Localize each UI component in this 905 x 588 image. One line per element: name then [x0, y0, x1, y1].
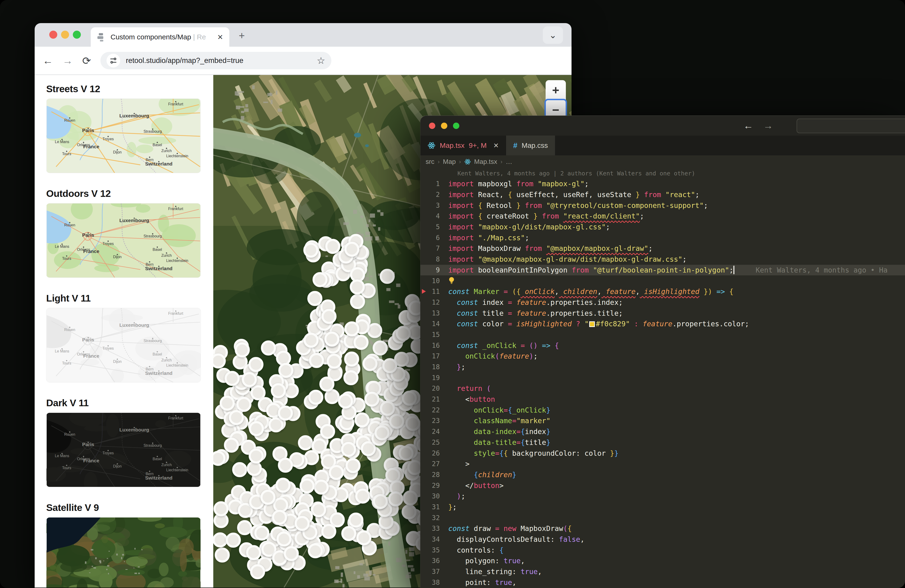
map-marker[interactable] [284, 546, 299, 561]
code-line-2[interactable]: 2import React, { useEffect, useRef, useS… [421, 189, 905, 200]
breadcrumb[interactable]: src›Map›Map.tsx›… [421, 156, 905, 168]
code-line-7[interactable]: 7import MapboxDraw from "@mapbox/mapbox-… [421, 243, 905, 254]
lightbulb-icon[interactable] [448, 277, 455, 286]
map-marker[interactable] [271, 383, 286, 398]
map-marker[interactable] [375, 425, 390, 440]
tab-search-chevron-button[interactable]: ⌄ [543, 26, 563, 44]
code-line-33[interactable]: 33const draw = new MapboxDraw({ [421, 523, 905, 534]
map-marker[interactable] [237, 397, 251, 412]
map-marker[interactable] [324, 332, 339, 346]
map-marker[interactable] [249, 448, 264, 464]
editor-back-icon[interactable]: ← [743, 120, 753, 131]
breadcrumb-item[interactable]: src [426, 158, 434, 165]
code-line-26[interactable]: 26 style={{ backgroundColor: color }} [421, 448, 905, 459]
code-line-24[interactable]: 24 data-index={index} [421, 426, 905, 437]
code-line-6[interactable]: 6import "./Map.css"; [421, 232, 905, 243]
map-marker[interactable] [321, 524, 336, 539]
code-line-9[interactable]: 9import booleanPointInPolygon from "@tur… [421, 265, 905, 276]
address-bar[interactable]: retool.studio/app/map?_embed=true ☆ [100, 52, 331, 69]
code-line-30[interactable]: 30 ); [421, 491, 905, 502]
browser-tab[interactable]: Custom components/Map | Re ✕ [91, 27, 229, 47]
code-line-19[interactable]: 19 [421, 372, 905, 383]
code-line-16[interactable]: 16 const _onClick = () => { [421, 340, 905, 351]
map-marker[interactable] [399, 446, 414, 461]
code-line-10[interactable]: 10 [421, 275, 905, 286]
map-marker[interactable] [343, 370, 359, 385]
code-line-31[interactable]: 31}; [421, 502, 905, 513]
map-marker[interactable] [345, 242, 359, 257]
map-marker[interactable] [341, 442, 356, 457]
breadcrumb-item[interactable]: … [506, 158, 512, 165]
code-line-38[interactable]: 38 point: true, [421, 577, 905, 588]
code-line-14[interactable]: 14 const color = isHighlighted ? "#f0c82… [421, 318, 905, 329]
reload-button[interactable]: ⟳ [82, 55, 91, 67]
code-line-13[interactable]: 13 const title = feature.properties.titl… [421, 308, 905, 318]
map-marker[interactable] [254, 526, 269, 540]
map-marker[interactable] [350, 280, 365, 294]
map-marker[interactable] [272, 510, 287, 525]
map-marker[interactable] [249, 421, 264, 436]
editor-tab-Map.tsx[interactable]: Map.tsx9+, M✕ [421, 135, 506, 156]
code-line-11[interactable]: 11const Marker = ({ onClick, children, f… [421, 286, 905, 297]
map-marker[interactable] [354, 335, 368, 350]
editor-minimize-button[interactable] [441, 122, 447, 129]
code-line-22[interactable]: 22 onClick={_onClick} [421, 405, 905, 415]
map-marker[interactable] [298, 435, 313, 450]
code-line-20[interactable]: 20 return ( [421, 383, 905, 394]
code-line-27[interactable]: 27 > [421, 459, 905, 469]
map-marker[interactable] [311, 502, 326, 517]
map-style-thumbnail-dark[interactable]: ParisFranceLuxembourgSwitzerlandZurichFr… [46, 413, 201, 487]
code-line-23[interactable]: 23 className="marker" [421, 415, 905, 426]
map-marker[interactable] [327, 354, 342, 369]
map-marker[interactable] [389, 414, 404, 429]
map-marker[interactable] [303, 333, 319, 348]
map-marker[interactable] [242, 372, 257, 387]
map-marker[interactable] [220, 396, 235, 411]
editor-command-search-box[interactable] [797, 119, 905, 133]
map-marker[interactable] [214, 501, 229, 516]
map-marker[interactable] [350, 294, 365, 309]
map-marker[interactable] [402, 504, 417, 520]
map-style-thumbnail-outdoors[interactable]: ParisFranceLuxembourgSwitzerlandZurichFr… [46, 203, 201, 278]
map-style-thumbnail-light[interactable]: ParisFranceLuxembourgSwitzerlandZurichFr… [46, 308, 201, 382]
map-style-thumbnail-streets[interactable]: ParisFranceLuxembourgSwitzerlandZurichFr… [46, 99, 201, 173]
code-line-1[interactable]: 1import mapboxgl from "mapbox-gl"; [421, 178, 905, 189]
map-marker[interactable] [250, 564, 265, 579]
map-marker[interactable] [373, 340, 388, 356]
zoom-in-button[interactable]: + [546, 80, 566, 100]
map-marker[interactable] [237, 520, 252, 535]
map-marker[interactable] [248, 357, 264, 372]
code-area[interactable]: 1import mapboxgl from "mapbox-gl";2impor… [421, 178, 905, 588]
tab-close-icon[interactable]: ✕ [217, 33, 223, 41]
new-tab-button[interactable]: + [239, 30, 245, 41]
map-marker[interactable] [307, 291, 322, 306]
map-marker[interactable] [348, 513, 364, 528]
map-marker[interactable] [215, 547, 230, 563]
code-line-4[interactable]: 4import { createRoot } from "react-dom/c… [421, 211, 905, 222]
editor-close-button[interactable] [429, 122, 435, 129]
map-marker[interactable] [235, 342, 250, 358]
map-marker[interactable] [329, 465, 344, 480]
map-marker[interactable] [276, 531, 292, 547]
map-marker[interactable] [276, 478, 291, 493]
map-marker[interactable] [403, 490, 418, 505]
map-marker[interactable] [325, 239, 340, 254]
map-marker[interactable] [261, 340, 276, 356]
back-button[interactable]: ← [43, 55, 53, 67]
minimize-window-button[interactable] [61, 31, 69, 39]
bookmark-star-icon[interactable]: ☆ [317, 55, 325, 66]
map-style-thumbnail-satellite[interactable] [46, 517, 201, 588]
map-marker[interactable] [362, 356, 378, 371]
map-marker[interactable] [396, 326, 411, 341]
code-line-17[interactable]: 17 onClick(feature); [421, 351, 905, 362]
map-marker[interactable] [268, 417, 284, 432]
code-line-29[interactable]: 29 </button> [421, 480, 905, 491]
code-line-37[interactable]: 37 line_string: true, [421, 566, 905, 577]
map-marker[interactable] [344, 351, 359, 367]
map-marker[interactable] [338, 394, 353, 408]
breadcrumb-item[interactable]: Map.tsx [474, 158, 497, 165]
editor-tab-Map.css[interactable]: #Map.css [506, 135, 555, 156]
editor-forward-icon[interactable]: → [763, 120, 773, 131]
site-settings-icon[interactable] [106, 54, 120, 67]
maximize-window-button[interactable] [73, 31, 81, 39]
